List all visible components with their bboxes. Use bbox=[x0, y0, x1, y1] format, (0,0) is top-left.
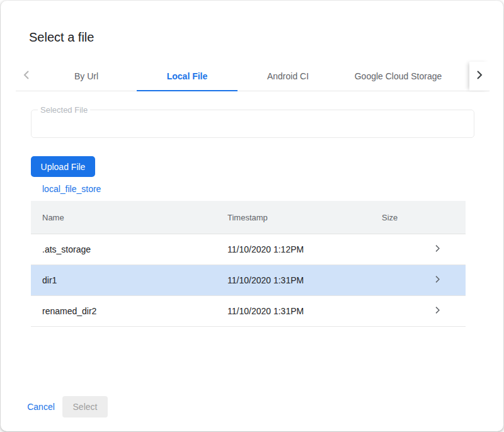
cell-name: .ats_storage bbox=[31, 244, 227, 254]
open-directory-button[interactable] bbox=[423, 305, 466, 317]
tab-label: Local File bbox=[167, 71, 208, 81]
open-directory-button[interactable] bbox=[423, 275, 466, 286]
table-header-row: Name Timestamp Size bbox=[31, 201, 466, 234]
tab-google-cloud-storage[interactable]: Google Cloud Storage bbox=[338, 62, 458, 91]
selected-file-field: Selected File bbox=[31, 110, 474, 138]
select-file-dialog: Select a file By Url Local File Android … bbox=[1, 1, 503, 431]
table-row[interactable]: dir1 11/10/2020 1:31PM bbox=[31, 265, 466, 296]
tab-label: By Url bbox=[74, 71, 98, 81]
file-table: Name Timestamp Size .ats_storage 11/10/2… bbox=[31, 201, 466, 327]
column-header-timestamp: Timestamp bbox=[227, 213, 382, 222]
dialog-title: Select a file bbox=[29, 30, 94, 45]
chevron-right-icon bbox=[433, 244, 442, 255]
chevron-right-icon bbox=[433, 305, 442, 317]
tab-label: Android CI bbox=[267, 71, 309, 81]
column-header-name: Name bbox=[31, 213, 227, 222]
tabs-scroll-left-button[interactable] bbox=[16, 62, 36, 91]
tabs-scroll-right-button[interactable] bbox=[469, 62, 490, 91]
cell-timestamp: 11/10/2020 1:12PM bbox=[227, 244, 382, 254]
cell-name: renamed_dir2 bbox=[31, 306, 227, 316]
selected-file-input[interactable] bbox=[32, 110, 474, 137]
tab-bar: By Url Local File Android CI Google Clou… bbox=[16, 62, 490, 91]
tab-android-ci[interactable]: Android CI bbox=[238, 62, 338, 91]
selected-file-label: Selected File bbox=[38, 106, 90, 114]
chevron-right-icon bbox=[476, 70, 483, 82]
table-row[interactable]: renamed_dir2 11/10/2020 1:31PM bbox=[31, 296, 466, 327]
tab-by-url[interactable]: By Url bbox=[36, 62, 137, 91]
upload-file-button[interactable]: Upload File bbox=[31, 156, 95, 177]
open-directory-button[interactable] bbox=[423, 244, 466, 255]
cell-timestamp: 11/10/2020 1:31PM bbox=[227, 275, 382, 285]
chevron-left-icon bbox=[23, 70, 30, 82]
column-header-size: Size bbox=[382, 213, 423, 222]
table-row[interactable]: .ats_storage 11/10/2020 1:12PM bbox=[31, 234, 466, 265]
tab-label: Google Cloud Storage bbox=[355, 71, 442, 81]
tabbar-spacer bbox=[458, 62, 469, 91]
cell-name: dir1 bbox=[31, 275, 227, 285]
select-button[interactable]: Select bbox=[62, 396, 108, 418]
tab-local-file[interactable]: Local File bbox=[137, 62, 238, 91]
local-file-store-link[interactable]: local_file_store bbox=[42, 184, 101, 194]
cell-timestamp: 11/10/2020 1:31PM bbox=[227, 306, 382, 316]
chevron-right-icon bbox=[433, 275, 442, 286]
cancel-button[interactable]: Cancel bbox=[22, 396, 60, 418]
